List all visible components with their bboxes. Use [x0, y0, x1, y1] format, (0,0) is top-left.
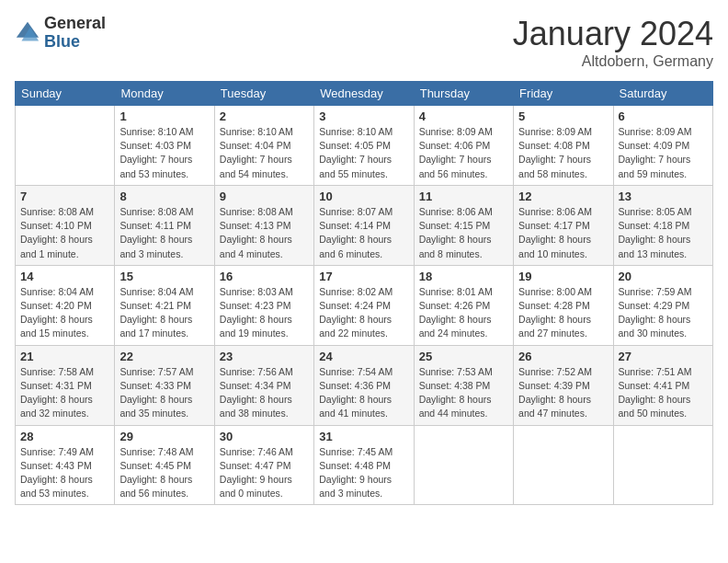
calendar-cell: 23Sunrise: 7:56 AMSunset: 4:34 PMDayligh… [214, 345, 313, 425]
col-thursday: Thursday [414, 82, 513, 106]
day-number: 8 [119, 190, 209, 203]
day-number: 16 [220, 270, 309, 283]
calendar-cell: 18Sunrise: 8:01 AMSunset: 4:26 PMDayligh… [414, 265, 513, 345]
calendar-cell: 19Sunrise: 8:00 AMSunset: 4:28 PMDayligh… [514, 265, 613, 345]
day-number: 30 [220, 430, 309, 443]
day-info: Sunrise: 8:09 AMSunset: 4:09 PMDaylight:… [619, 125, 708, 181]
month-title: January 2024 [513, 15, 713, 53]
day-number: 9 [220, 190, 309, 203]
day-info: Sunrise: 7:53 AMSunset: 4:38 PMDaylight:… [419, 365, 508, 421]
calendar-cell: 15Sunrise: 8:04 AMSunset: 4:21 PMDayligh… [115, 265, 214, 345]
calendar-cell: 4Sunrise: 8:09 AMSunset: 4:06 PMDaylight… [414, 106, 513, 186]
day-info: Sunrise: 7:48 AMSunset: 4:45 PMDaylight:… [119, 445, 209, 501]
day-info: Sunrise: 8:00 AMSunset: 4:28 PMDaylight:… [518, 285, 608, 341]
day-number: 19 [518, 270, 608, 283]
day-number: 20 [619, 270, 708, 283]
day-number: 13 [619, 190, 708, 203]
col-tuesday: Tuesday [214, 82, 313, 106]
day-info: Sunrise: 8:08 AMSunset: 4:13 PMDaylight:… [220, 205, 309, 261]
calendar-cell: 20Sunrise: 7:59 AMSunset: 4:29 PMDayligh… [613, 265, 712, 345]
day-info: Sunrise: 8:09 AMSunset: 4:06 PMDaylight:… [419, 125, 508, 181]
day-info: Sunrise: 8:05 AMSunset: 4:18 PMDaylight:… [619, 205, 708, 261]
day-info: Sunrise: 8:02 AMSunset: 4:24 PMDaylight:… [319, 285, 408, 341]
day-number: 24 [319, 350, 408, 363]
day-number: 2 [220, 109, 309, 123]
day-number: 7 [20, 190, 109, 203]
day-info: Sunrise: 7:49 AMSunset: 4:43 PMDaylight:… [20, 445, 109, 501]
col-saturday: Saturday [613, 82, 712, 106]
col-sunday: Sunday [16, 82, 115, 106]
day-info: Sunrise: 8:04 AMSunset: 4:21 PMDaylight:… [119, 285, 209, 341]
calendar-week-row: 1Sunrise: 8:10 AMSunset: 4:03 PMDaylight… [16, 106, 713, 186]
calendar-cell: 21Sunrise: 7:58 AMSunset: 4:31 PMDayligh… [16, 345, 115, 425]
calendar-week-row: 14Sunrise: 8:04 AMSunset: 4:20 PMDayligh… [16, 265, 713, 345]
logo-icon [15, 20, 40, 46]
col-wednesday: Wednesday [314, 82, 414, 106]
day-info: Sunrise: 7:45 AMSunset: 4:48 PMDaylight:… [319, 445, 408, 501]
day-info: Sunrise: 8:09 AMSunset: 4:08 PMDaylight:… [518, 125, 608, 181]
day-number: 15 [119, 270, 209, 283]
title-block: January 2024 Altdobern, Germany [513, 15, 713, 70]
day-info: Sunrise: 8:10 AMSunset: 4:05 PMDaylight:… [319, 125, 408, 181]
day-number: 29 [119, 430, 209, 443]
calendar-cell: 14Sunrise: 8:04 AMSunset: 4:20 PMDayligh… [16, 265, 115, 345]
calendar-cell: 30Sunrise: 7:46 AMSunset: 4:47 PMDayligh… [214, 425, 313, 505]
page-header: General Blue January 2024 Altdobern, Ger… [15, 15, 713, 70]
calendar-cell: 9Sunrise: 8:08 AMSunset: 4:13 PMDaylight… [214, 185, 313, 265]
day-info: Sunrise: 8:08 AMSunset: 4:11 PMDaylight:… [119, 205, 209, 261]
day-info: Sunrise: 8:04 AMSunset: 4:20 PMDaylight:… [20, 285, 109, 341]
calendar-cell: 25Sunrise: 7:53 AMSunset: 4:38 PMDayligh… [414, 345, 513, 425]
day-number: 11 [419, 190, 508, 203]
calendar-cell: 12Sunrise: 8:06 AMSunset: 4:17 PMDayligh… [514, 185, 613, 265]
calendar-cell: 1Sunrise: 8:10 AMSunset: 4:03 PMDaylight… [115, 106, 214, 186]
calendar-cell: 28Sunrise: 7:49 AMSunset: 4:43 PMDayligh… [16, 425, 115, 505]
day-info: Sunrise: 7:46 AMSunset: 4:47 PMDaylight:… [220, 445, 309, 501]
day-number: 17 [319, 270, 408, 283]
day-info: Sunrise: 8:01 AMSunset: 4:26 PMDaylight:… [419, 285, 508, 341]
day-info: Sunrise: 7:54 AMSunset: 4:36 PMDaylight:… [319, 365, 408, 421]
day-number: 1 [119, 109, 209, 123]
calendar-cell: 10Sunrise: 8:07 AMSunset: 4:14 PMDayligh… [314, 185, 414, 265]
calendar-cell: 16Sunrise: 8:03 AMSunset: 4:23 PMDayligh… [214, 265, 313, 345]
day-number: 21 [20, 350, 109, 363]
day-number: 23 [220, 350, 309, 363]
day-number: 10 [319, 190, 408, 203]
calendar-cell: 31Sunrise: 7:45 AMSunset: 4:48 PMDayligh… [314, 425, 414, 505]
day-info: Sunrise: 8:03 AMSunset: 4:23 PMDaylight:… [220, 285, 309, 341]
calendar-cell: 5Sunrise: 8:09 AMSunset: 4:08 PMDaylight… [514, 106, 613, 186]
location-title: Altdobern, Germany [513, 53, 713, 70]
day-number: 27 [619, 350, 708, 363]
calendar-cell: 6Sunrise: 8:09 AMSunset: 4:09 PMDaylight… [613, 106, 712, 186]
calendar-cell: 26Sunrise: 7:52 AMSunset: 4:39 PMDayligh… [514, 345, 613, 425]
calendar-cell: 17Sunrise: 8:02 AMSunset: 4:24 PMDayligh… [314, 265, 414, 345]
calendar-table: Sunday Monday Tuesday Wednesday Thursday… [15, 81, 713, 505]
day-info: Sunrise: 7:51 AMSunset: 4:41 PMDaylight:… [619, 365, 708, 421]
col-friday: Friday [514, 82, 613, 106]
day-info: Sunrise: 7:57 AMSunset: 4:33 PMDaylight:… [119, 365, 209, 421]
calendar-header-row: Sunday Monday Tuesday Wednesday Thursday… [16, 82, 713, 106]
day-number: 12 [518, 190, 608, 203]
logo-general: General [44, 15, 106, 33]
day-info: Sunrise: 8:06 AMSunset: 4:17 PMDaylight:… [518, 205, 608, 261]
logo-blue: Blue [44, 33, 106, 52]
calendar-cell: 24Sunrise: 7:54 AMSunset: 4:36 PMDayligh… [314, 345, 414, 425]
day-number: 31 [319, 430, 408, 443]
calendar-cell: 29Sunrise: 7:48 AMSunset: 4:45 PMDayligh… [115, 425, 214, 505]
calendar-cell [613, 425, 712, 505]
day-info: Sunrise: 7:58 AMSunset: 4:31 PMDaylight:… [20, 365, 109, 421]
day-info: Sunrise: 8:07 AMSunset: 4:14 PMDaylight:… [319, 205, 408, 261]
day-number: 14 [20, 270, 109, 283]
calendar-cell: 3Sunrise: 8:10 AMSunset: 4:05 PMDaylight… [314, 106, 414, 186]
calendar-cell: 2Sunrise: 8:10 AMSunset: 4:04 PMDaylight… [214, 106, 313, 186]
day-number: 28 [20, 430, 109, 443]
calendar-week-row: 21Sunrise: 7:58 AMSunset: 4:31 PMDayligh… [16, 345, 713, 425]
day-info: Sunrise: 7:52 AMSunset: 4:39 PMDaylight:… [518, 365, 608, 421]
day-number: 3 [319, 109, 408, 123]
day-info: Sunrise: 8:08 AMSunset: 4:10 PMDaylight:… [20, 205, 109, 261]
calendar-cell: 7Sunrise: 8:08 AMSunset: 4:10 PMDaylight… [16, 185, 115, 265]
day-number: 18 [419, 270, 508, 283]
col-monday: Monday [115, 82, 214, 106]
day-number: 5 [518, 109, 608, 123]
calendar-cell: 11Sunrise: 8:06 AMSunset: 4:15 PMDayligh… [414, 185, 513, 265]
calendar-cell: 13Sunrise: 8:05 AMSunset: 4:18 PMDayligh… [613, 185, 712, 265]
